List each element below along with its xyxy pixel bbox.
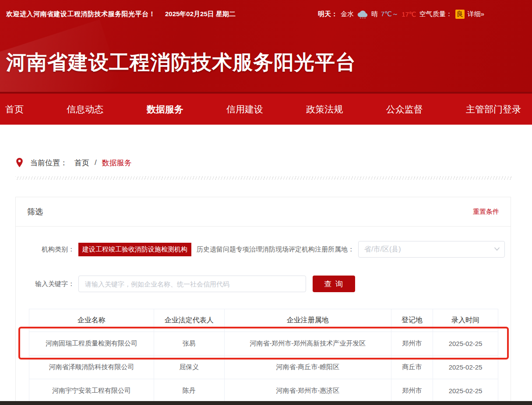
cloud-icon bbox=[357, 10, 368, 19]
temp-high: 17℃ bbox=[402, 10, 416, 18]
keyword-filter-row: 输入关键字： 查 询 bbox=[16, 276, 511, 292]
date-text: 2025年02月25日 星期二 bbox=[165, 10, 236, 18]
weather-label: 明天： bbox=[318, 10, 338, 18]
table-header-row: 企业名称 企业法定代表人 企业注册属地 登记地 录入时间 bbox=[29, 309, 498, 332]
breadcrumb: 当前位置： 首页 / 数据服务 bbox=[15, 157, 132, 168]
slash-divider bbox=[15, 176, 512, 180]
category-option-unselected[interactable]: 历史遗留问题专项治理消防现场评定机构 bbox=[197, 245, 315, 254]
table-row[interactable]: 河南省泽顺消防科技有限公司 屈保义 河南省-商丘市-睢阳区 商丘市 2025-0… bbox=[29, 356, 498, 379]
top-bar: 欢迎进入河南省建设工程消防技术服务阳光平台！ 2025年02月25日 星期二 明… bbox=[6, 10, 526, 19]
filter-panel-header: 筛选 重置条件 bbox=[16, 197, 511, 227]
filter-title: 筛选 bbox=[27, 206, 43, 217]
nav-item-supervision[interactable]: 公众监督 bbox=[386, 103, 423, 115]
breadcrumb-current[interactable]: 数据服务 bbox=[102, 158, 132, 168]
category-label: 机构类别： bbox=[27, 245, 74, 254]
col-registered-address: 企业注册属地 bbox=[224, 309, 391, 332]
region-filter-group: 注册所属地： 省/市/区(县) bbox=[315, 241, 505, 258]
col-company-name: 企业名称 bbox=[29, 309, 154, 332]
breadcrumb-label: 当前位置： bbox=[30, 158, 67, 168]
region-select[interactable]: 省/市/区(县) bbox=[358, 241, 505, 258]
cell-registered-address: 河南省-商丘市-睢阳区 bbox=[224, 356, 391, 379]
temp-low: 7℃～ bbox=[381, 10, 398, 18]
cell-registered-address: 河南省-郑州市-郑州高新技术产业开发区 bbox=[224, 332, 391, 356]
cell-registration-place: 郑州市 bbox=[391, 379, 433, 403]
cell-registration-place: 郑州市 bbox=[391, 332, 433, 356]
air-quality-badge: 良 bbox=[455, 10, 465, 19]
region-label: 注册所属地： bbox=[315, 245, 354, 254]
reset-filters-link[interactable]: 重置条件 bbox=[473, 208, 499, 216]
results-table: 企业名称 企业法定代表人 企业注册属地 登记地 录入时间 河南固瑞工程质量检测有… bbox=[29, 309, 498, 403]
keyword-label: 输入关键字： bbox=[27, 280, 74, 288]
nav-item-news[interactable]: 信息动态 bbox=[67, 103, 103, 115]
table-row[interactable]: 河南宇宁安装工程有限公司 陈丹 河南省-郑州市-惠济区 郑州市 2025-02-… bbox=[29, 379, 498, 403]
table-row[interactable]: 河南固瑞工程质量检测有限公司 张易 河南省-郑州市-郑州高新技术产业开发区 郑州… bbox=[29, 332, 498, 356]
filter-panel: 筛选 重置条件 机构类别： 建设工程竣工验收消防设施检测机构 历史遗留问题专项治… bbox=[15, 197, 511, 405]
cell-company-name: 河南省泽顺消防科技有限公司 bbox=[29, 356, 154, 379]
cell-registered-address: 河南省-郑州市-惠济区 bbox=[224, 379, 391, 403]
breadcrumb-separator: / bbox=[95, 158, 97, 167]
col-registration-place: 登记地 bbox=[391, 309, 433, 332]
cell-entry-date: 2025-02-25 bbox=[433, 356, 498, 379]
page-root: 欢迎进入河南省建设工程消防技术服务阳光平台！ 2025年02月25日 星期二 明… bbox=[0, 0, 532, 405]
weather-widget: 明天： 金水 晴 7℃～ 17℃ 空气质量： 良 详细» bbox=[318, 10, 484, 19]
weather-detail-link[interactable]: 详细» bbox=[468, 10, 484, 18]
nav-item-credit[interactable]: 信用建设 bbox=[226, 103, 263, 115]
weather-city: 金水 bbox=[341, 10, 354, 18]
cell-company-name: 河南宇宁安装工程有限公司 bbox=[29, 379, 154, 403]
nav-item-data-service[interactable]: 数据服务 bbox=[147, 103, 183, 115]
cell-company-name: 河南固瑞工程质量检测有限公司 bbox=[29, 332, 154, 356]
region-select-placeholder: 省/市/区(县) bbox=[364, 245, 401, 254]
cell-entry-date: 2025-02-25 bbox=[433, 379, 498, 403]
nav-item-home[interactable]: 首页 bbox=[5, 103, 24, 115]
site-title: 河南省建设工程消防技术服务阳光平台 bbox=[6, 49, 356, 76]
cell-legal-representative: 张易 bbox=[154, 332, 224, 356]
location-pin-icon bbox=[15, 157, 24, 168]
air-quality-label: 空气质量： bbox=[419, 10, 452, 18]
nav-item-policy[interactable]: 政策法规 bbox=[306, 103, 343, 115]
welcome-text: 欢迎进入河南省建设工程消防技术服务阳光平台！ bbox=[6, 10, 155, 18]
main-nav: 首页 信息动态 数据服务 信用建设 政策法规 公众监督 主管部门登录 bbox=[0, 92, 532, 125]
chevron-down-icon bbox=[494, 247, 500, 251]
col-legal-representative: 企业法定代表人 bbox=[154, 309, 224, 332]
nav-item-admin-login[interactable]: 主管部门登录 bbox=[466, 103, 521, 115]
col-entry-date: 录入时间 bbox=[433, 309, 498, 332]
weather-condition: 晴 bbox=[371, 10, 378, 18]
cell-entry-date: 2025-02-25 bbox=[433, 332, 498, 356]
cell-legal-representative: 陈丹 bbox=[154, 379, 224, 403]
category-filter-row: 机构类别： 建设工程竣工验收消防设施检测机构 历史遗留问题专项治理消防现场评定机… bbox=[16, 241, 511, 258]
cell-registration-place: 商丘市 bbox=[391, 356, 433, 379]
cell-legal-representative: 屈保义 bbox=[154, 356, 224, 379]
search-button[interactable]: 查 询 bbox=[313, 276, 355, 292]
keyword-input[interactable] bbox=[78, 276, 306, 292]
category-option-selected[interactable]: 建设工程竣工验收消防设施检测机构 bbox=[78, 243, 191, 256]
footer-bar bbox=[0, 401, 532, 405]
breadcrumb-home[interactable]: 首页 bbox=[74, 158, 89, 168]
header-banner: 欢迎进入河南省建设工程消防技术服务阳光平台！ 2025年02月25日 星期二 明… bbox=[0, 0, 532, 92]
